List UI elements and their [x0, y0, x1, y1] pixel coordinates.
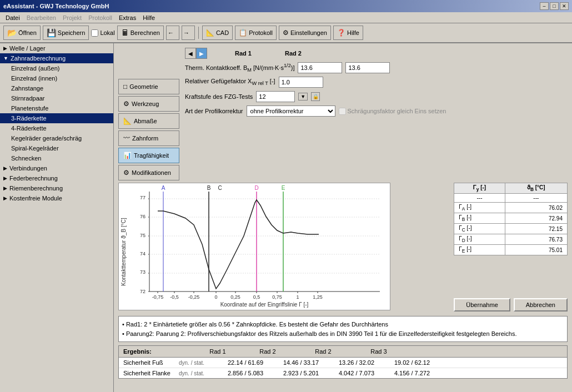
table-row-b: ΓB [-] 72.94 — [454, 213, 568, 224]
menu-bearbeiten[interactable]: Bearbeiten — [23, 13, 59, 22]
flanke-v2: 2.923 / 5.201 — [273, 370, 329, 376]
col-gamma: Γy [-] — [454, 183, 505, 194]
help-toolbar-button[interactable]: ❓ Hilfe — [333, 26, 363, 40]
modifikationen-button[interactable]: ⚙ Modifikationen — [118, 165, 179, 180]
sidebar-item-stirnradpaar[interactable]: Stirnradpaar — [0, 93, 113, 103]
sidebar-group-zahnrad-items: Einzelrad (außen) Einzelrad (innen) Zahn… — [0, 63, 113, 163]
menu-protokoll[interactable]: Protokoll — [85, 13, 116, 22]
menu-projekt[interactable]: Projekt — [59, 13, 85, 22]
sidebar-item-spiral-kegelraeder[interactable]: Spiral-Kegelräder — [0, 143, 113, 153]
abmasze-button[interactable]: 📐 Abmaße — [118, 113, 179, 129]
results-col-rad2b: Rad 2 — [295, 348, 351, 355]
geometrie-button[interactable]: □ Geometrie — [118, 79, 179, 94]
svg-text:73: 73 — [140, 269, 145, 275]
schragungsfaktor-checkbox[interactable] — [339, 108, 346, 115]
svg-text:0: 0 — [214, 294, 217, 300]
flanke-v1: 2.856 / 5.083 — [218, 370, 273, 376]
svg-text:1: 1 — [296, 294, 299, 300]
form-area: Therm. Kontaktkoeff. BM [N/(mm·K·s1/2)] … — [185, 62, 568, 180]
gefugefaktor-input[interactable] — [279, 77, 323, 88]
werkzeug-button[interactable]: ⚙ Werkzeug — [118, 96, 179, 112]
kostenfreie-arrow-icon: ▶ — [3, 195, 7, 201]
fuss-v1: 22.14 / 61.69 — [218, 359, 273, 366]
geometrie-icon: □ — [123, 83, 127, 91]
app-title: eAssistant - GWJ Technology GmbH — [3, 3, 109, 9]
table-row-d: ΓD [-] 76.73 — [454, 234, 568, 245]
tragfahigkeit-button[interactable]: 📊 Tragfähigkeit — [118, 148, 179, 163]
col-theta: ϑB [°C] — [505, 183, 567, 194]
profilkorrektur-label: Art der Profilkorrektur — [185, 108, 243, 114]
nav-header: ◀ ▶ Rad 1 Rad 2 — [185, 48, 568, 59]
flanke-v3: 4.042 / 7.073 — [329, 370, 384, 376]
svg-text:75: 75 — [140, 233, 145, 238]
calculate-button[interactable]: 🖩 Berechnen — [117, 26, 164, 40]
profilkorrektur-select[interactable]: ohne Profilkorrektur mit Profilkorrektur — [247, 105, 335, 117]
kontaktkoeff-rad1-input[interactable] — [298, 62, 342, 73]
maximize-button[interactable]: □ — [550, 2, 559, 10]
open-button[interactable]: 📂 Öffnen — [3, 26, 41, 40]
menu-bar: Datei Bearbeiten Projekt Protokoll Extra… — [0, 12, 572, 23]
form-row-gefugefaktor: Relativer Gefügefaktor XW rel T [-] — [185, 77, 568, 88]
kraftstufe-label: Kraftstufe des FZG-Tests — [185, 93, 253, 100]
kontaktkoeff-rad2-input[interactable] — [345, 62, 390, 73]
results-header: Ergebnis: Rad 1 Rad 2 Rad 2 Rad 3 — [119, 346, 567, 358]
protocol-button[interactable]: 📋 Protokoll — [235, 26, 277, 40]
sidebar-group-feder[interactable]: ▶ Federberechnung — [0, 173, 113, 183]
local-checkbox[interactable] — [91, 29, 98, 37]
nav-next-button[interactable]: ▶ — [196, 48, 207, 59]
sidebar-item-kegelraeder[interactable]: Kegelräder gerade/schräg — [0, 133, 113, 143]
settings-icon: ⚙ — [283, 29, 289, 37]
lock-icon[interactable]: 🔒 — [311, 92, 320, 101]
sidebar-item-4-raederkette[interactable]: 4-Räderkette — [0, 123, 113, 133]
menu-datei[interactable]: Datei — [2, 13, 23, 22]
table-header-row: Γy [-] ϑB [°C] — [454, 183, 568, 194]
settings-button[interactable]: ⚙ Einstellungen — [279, 26, 331, 40]
sidebar-group-welle[interactable]: ▶ Welle / Lager — [0, 43, 113, 53]
accept-cancel-buttons: Übernahme Abbrechen — [454, 298, 568, 311]
sidebar-group-verbindungen[interactable]: ▶ Verbindungen — [0, 163, 113, 173]
sidebar-group-riemen[interactable]: ▶ Riemenberechnung — [0, 183, 113, 193]
sidebar-group-kostenfreie[interactable]: ▶ Kostenfreie Module — [0, 193, 113, 203]
main-container: ▶ Welle / Lager ▼ Zahnradberechnung Einz… — [0, 43, 572, 392]
fuss-dyn-label: dyn. / stat. — [179, 360, 218, 366]
svg-text:-0,75: -0,75 — [152, 294, 164, 300]
results-row-fuss: Sicherheit Fuß dyn. / stat. 22.14 / 61.6… — [119, 358, 567, 368]
results-row-flanke: Sicherheit Flanke dyn. / stat. 2.856 / 5… — [119, 368, 567, 378]
help-icon: ❓ — [337, 29, 345, 37]
save-icon: 💾 — [47, 28, 56, 37]
sidebar-group-zahnrad[interactable]: ▼ Zahnradberechnung — [0, 53, 113, 63]
left-navigation-buttons: □ Geometrie ⚙ Werkzeug 📐 Abmaße 〰 Zahnfo… — [118, 62, 179, 180]
minimize-button[interactable]: – — [540, 2, 549, 10]
sidebar-item-3-raederkette[interactable]: 3-Räderkette — [0, 113, 113, 123]
svg-text:0,25: 0,25 — [230, 294, 240, 300]
table-row-c: ΓC [-] 72.15 — [454, 224, 568, 234]
svg-text:1,25: 1,25 — [313, 294, 323, 300]
undo-button[interactable]: ← — [166, 26, 179, 40]
close-button[interactable]: ✕ — [560, 2, 569, 10]
redo-button[interactable]: → — [182, 26, 195, 40]
verbindungen-arrow-icon: ▶ — [3, 165, 7, 171]
calculate-icon: 🖩 — [121, 28, 129, 37]
cancel-button[interactable]: Abbrechen — [514, 298, 568, 311]
kraftstufe-input[interactable] — [256, 91, 295, 102]
riemen-arrow-icon: ▶ — [3, 185, 7, 191]
sidebar-item-schnecken[interactable]: Schnecken — [0, 153, 113, 163]
sidebar-item-einzelrad-aussen[interactable]: Einzelrad (außen) — [0, 63, 113, 73]
menu-extras[interactable]: Extras — [116, 13, 139, 22]
zahnform-button[interactable]: 〰 Zahnform — [118, 130, 179, 146]
dropdown-arrow-kraftstufe: ▼ — [298, 93, 308, 100]
cad-button[interactable]: 📐 CAD — [202, 26, 233, 40]
form-row-kraftstufe: Kraftstufe des FZG-Tests ▼ 🔒 — [185, 91, 568, 102]
top-section: □ Geometrie ⚙ Werkzeug 📐 Abmaße 〰 Zahnfo… — [118, 62, 568, 180]
nav-prev-button[interactable]: ◀ — [185, 48, 196, 59]
sicherheit-flanke-label: Sicherheit Flanke — [123, 370, 179, 376]
sidebar-item-planetenstufe[interactable]: Planetenstufe — [0, 103, 113, 113]
accept-button[interactable]: Übernahme — [454, 298, 510, 311]
fuss-v2: 14.46 / 33.17 — [273, 359, 329, 366]
sidebar-item-einzelrad-innen[interactable]: Einzelrad (innen) — [0, 73, 113, 83]
save-button[interactable]: 💾 Speichern — [43, 26, 89, 40]
sidebar-item-zahnstange[interactable]: Zahnstange — [0, 83, 113, 93]
menu-hilfe[interactable]: Hilfe — [139, 13, 158, 22]
warning-1: • Rad1: 2 * Einhärtetiefe größer als 0.5… — [122, 320, 564, 329]
svg-text:C: C — [218, 185, 222, 191]
